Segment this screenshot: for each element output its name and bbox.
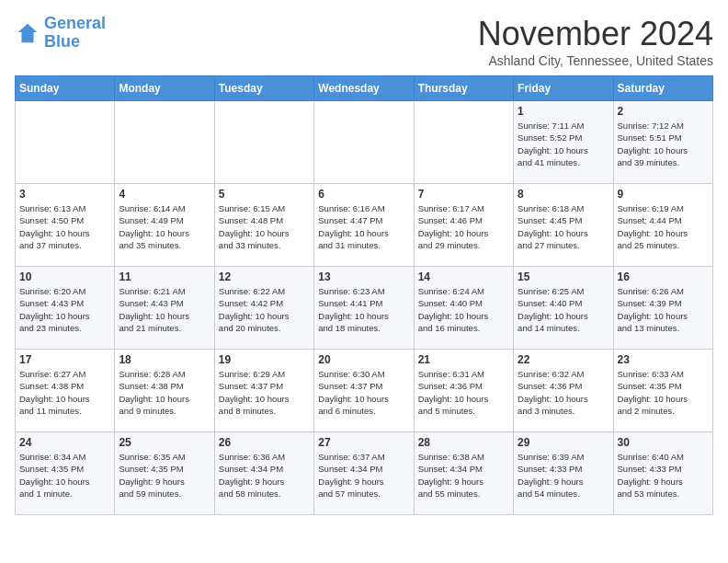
day-number: 27: [318, 436, 409, 449]
calendar-cell: 30Sunrise: 6:40 AM Sunset: 4:33 PM Dayli…: [613, 432, 712, 515]
calendar-cell: 19Sunrise: 6:29 AM Sunset: 4:37 PM Dayli…: [214, 350, 313, 432]
day-number: 17: [19, 353, 110, 366]
day-info: Sunrise: 6:29 AM Sunset: 4:37 PM Dayligh…: [219, 368, 310, 417]
calendar-cell: 5Sunrise: 6:15 AM Sunset: 4:48 PM Daylig…: [214, 184, 313, 267]
calendar-cell: 16Sunrise: 6:26 AM Sunset: 4:39 PM Dayli…: [613, 267, 712, 350]
calendar-cell: 18Sunrise: 6:28 AM Sunset: 4:38 PM Dayli…: [115, 350, 214, 432]
header-friday: Friday: [514, 76, 613, 101]
week-row-3: 17Sunrise: 6:27 AM Sunset: 4:38 PM Dayli…: [16, 350, 713, 432]
header: General Blue November 2024 Ashland City,…: [15, 15, 713, 68]
day-number: 25: [119, 436, 210, 449]
day-info: Sunrise: 6:31 AM Sunset: 4:36 PM Dayligh…: [418, 368, 509, 417]
day-info: Sunrise: 6:36 AM Sunset: 4:34 PM Dayligh…: [219, 451, 310, 500]
day-info: Sunrise: 6:15 AM Sunset: 4:48 PM Dayligh…: [219, 202, 310, 251]
calendar-cell: [115, 101, 214, 184]
day-info: Sunrise: 6:17 AM Sunset: 4:46 PM Dayligh…: [418, 202, 509, 251]
calendar-cell: 27Sunrise: 6:37 AM Sunset: 4:34 PM Dayli…: [314, 432, 414, 515]
day-number: 20: [318, 353, 409, 366]
calendar-cell: 9Sunrise: 6:19 AM Sunset: 4:44 PM Daylig…: [613, 184, 712, 267]
logo-line1: General: [44, 14, 106, 32]
day-number: 2: [618, 105, 709, 118]
calendar-cell: 23Sunrise: 6:33 AM Sunset: 4:35 PM Dayli…: [613, 350, 712, 432]
calendar-cell: 6Sunrise: 6:16 AM Sunset: 4:47 PM Daylig…: [314, 184, 414, 267]
week-row-4: 24Sunrise: 6:34 AM Sunset: 4:35 PM Dayli…: [16, 432, 713, 515]
header-saturday: Saturday: [613, 76, 712, 101]
day-info: Sunrise: 6:33 AM Sunset: 4:35 PM Dayligh…: [618, 368, 709, 417]
day-info: Sunrise: 6:28 AM Sunset: 4:38 PM Dayligh…: [119, 368, 210, 417]
header-sunday: Sunday: [16, 76, 115, 101]
day-info: Sunrise: 6:25 AM Sunset: 4:40 PM Dayligh…: [518, 285, 609, 334]
calendar-cell: 3Sunrise: 6:13 AM Sunset: 4:50 PM Daylig…: [16, 184, 115, 267]
logo-line2: Blue: [44, 32, 80, 51]
day-number: 21: [418, 353, 509, 366]
calendar-cell: 29Sunrise: 6:39 AM Sunset: 4:33 PM Dayli…: [514, 432, 613, 515]
calendar-cell: [16, 101, 115, 184]
day-number: 9: [618, 188, 709, 201]
calendar-cell: 28Sunrise: 6:38 AM Sunset: 4:34 PM Dayli…: [414, 432, 513, 515]
day-info: Sunrise: 6:26 AM Sunset: 4:39 PM Dayligh…: [618, 285, 709, 334]
day-number: 10: [19, 270, 110, 283]
day-number: 5: [219, 188, 310, 201]
calendar-cell: 21Sunrise: 6:31 AM Sunset: 4:36 PM Dayli…: [414, 350, 513, 432]
calendar-cell: 4Sunrise: 6:14 AM Sunset: 4:49 PM Daylig…: [115, 184, 214, 267]
week-row-1: 3Sunrise: 6:13 AM Sunset: 4:50 PM Daylig…: [16, 184, 713, 267]
day-number: 6: [318, 188, 409, 201]
day-number: 26: [219, 436, 310, 449]
day-info: Sunrise: 6:19 AM Sunset: 4:44 PM Dayligh…: [618, 202, 709, 251]
day-info: Sunrise: 6:20 AM Sunset: 4:43 PM Dayligh…: [19, 285, 110, 334]
subtitle: Ashland City, Tennessee, United States: [478, 53, 713, 68]
day-info: Sunrise: 6:23 AM Sunset: 4:41 PM Dayligh…: [318, 285, 409, 334]
calendar-cell: [214, 101, 313, 184]
day-number: 11: [119, 270, 210, 283]
day-info: Sunrise: 6:16 AM Sunset: 4:47 PM Dayligh…: [318, 202, 409, 251]
day-number: 23: [618, 353, 709, 366]
calendar-cell: [314, 101, 414, 184]
day-info: Sunrise: 6:22 AM Sunset: 4:42 PM Dayligh…: [219, 285, 310, 334]
svg-marker-0: [18, 24, 38, 43]
calendar-table: SundayMondayTuesdayWednesdayThursdayFrid…: [15, 75, 713, 515]
day-number: 14: [418, 270, 509, 283]
calendar-cell: 26Sunrise: 6:36 AM Sunset: 4:34 PM Dayli…: [214, 432, 313, 515]
calendar-cell: 15Sunrise: 6:25 AM Sunset: 4:40 PM Dayli…: [514, 267, 613, 350]
day-info: Sunrise: 6:39 AM Sunset: 4:33 PM Dayligh…: [518, 451, 609, 500]
logo: General Blue: [15, 15, 106, 52]
day-info: Sunrise: 6:32 AM Sunset: 4:36 PM Dayligh…: [518, 368, 609, 417]
day-info: Sunrise: 6:35 AM Sunset: 4:35 PM Dayligh…: [119, 451, 210, 500]
calendar-cell: [414, 101, 513, 184]
day-info: Sunrise: 6:24 AM Sunset: 4:40 PM Dayligh…: [418, 285, 509, 334]
day-number: 13: [318, 270, 409, 283]
day-info: Sunrise: 7:12 AM Sunset: 5:51 PM Dayligh…: [618, 120, 709, 168]
header-thursday: Thursday: [414, 76, 513, 101]
day-info: Sunrise: 6:18 AM Sunset: 4:45 PM Dayligh…: [518, 202, 609, 251]
calendar-cell: 7Sunrise: 6:17 AM Sunset: 4:46 PM Daylig…: [414, 184, 513, 267]
week-row-0: 1Sunrise: 7:11 AM Sunset: 5:52 PM Daylig…: [16, 101, 713, 184]
calendar-cell: 1Sunrise: 7:11 AM Sunset: 5:52 PM Daylig…: [514, 101, 613, 184]
header-wednesday: Wednesday: [314, 76, 414, 101]
calendar-cell: 10Sunrise: 6:20 AM Sunset: 4:43 PM Dayli…: [16, 267, 115, 350]
day-number: 24: [19, 436, 110, 449]
calendar-cell: 24Sunrise: 6:34 AM Sunset: 4:35 PM Dayli…: [16, 432, 115, 515]
day-number: 22: [518, 353, 609, 366]
day-info: Sunrise: 6:21 AM Sunset: 4:43 PM Dayligh…: [119, 285, 210, 334]
calendar-cell: 11Sunrise: 6:21 AM Sunset: 4:43 PM Dayli…: [115, 267, 214, 350]
calendar-cell: 25Sunrise: 6:35 AM Sunset: 4:35 PM Dayli…: [115, 432, 214, 515]
day-number: 7: [418, 188, 509, 201]
calendar-cell: 2Sunrise: 7:12 AM Sunset: 5:51 PM Daylig…: [613, 101, 712, 184]
calendar-cell: 22Sunrise: 6:32 AM Sunset: 4:36 PM Dayli…: [514, 350, 613, 432]
day-number: 4: [119, 188, 210, 201]
day-number: 8: [518, 188, 609, 201]
day-number: 19: [219, 353, 310, 366]
calendar-cell: 20Sunrise: 6:30 AM Sunset: 4:37 PM Dayli…: [314, 350, 414, 432]
week-row-2: 10Sunrise: 6:20 AM Sunset: 4:43 PM Dayli…: [16, 267, 713, 350]
day-info: Sunrise: 6:14 AM Sunset: 4:49 PM Dayligh…: [119, 202, 210, 251]
day-info: Sunrise: 6:27 AM Sunset: 4:38 PM Dayligh…: [19, 368, 110, 417]
day-number: 30: [618, 436, 709, 449]
header-tuesday: Tuesday: [214, 76, 313, 101]
logo-text: General Blue: [44, 15, 106, 52]
day-info: Sunrise: 6:37 AM Sunset: 4:34 PM Dayligh…: [318, 451, 409, 500]
calendar-cell: 12Sunrise: 6:22 AM Sunset: 4:42 PM Dayli…: [214, 267, 313, 350]
title-area: November 2024 Ashland City, Tennessee, U…: [478, 15, 713, 68]
day-info: Sunrise: 6:34 AM Sunset: 4:35 PM Dayligh…: [19, 451, 110, 500]
calendar-header-row: SundayMondayTuesdayWednesdayThursdayFrid…: [16, 76, 713, 101]
day-info: Sunrise: 7:11 AM Sunset: 5:52 PM Dayligh…: [518, 120, 609, 168]
